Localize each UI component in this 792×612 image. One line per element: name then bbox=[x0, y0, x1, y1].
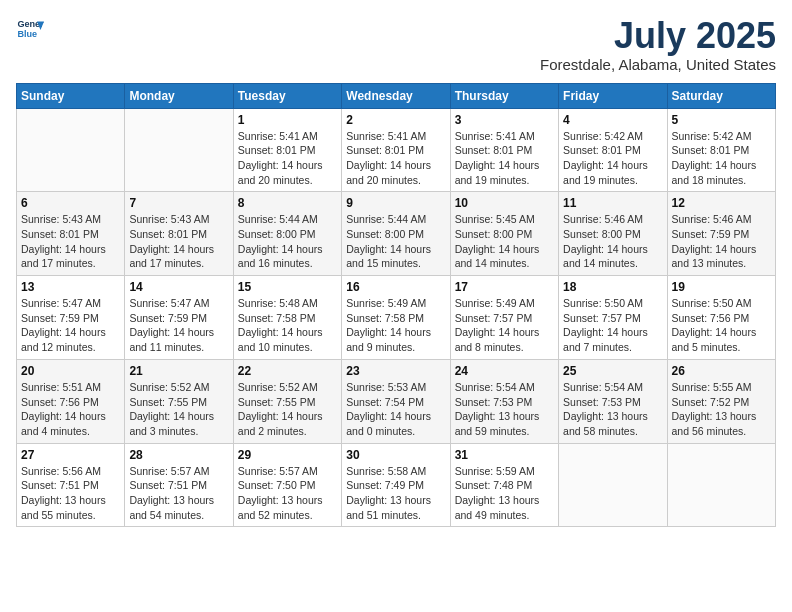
calendar-cell: 8Sunrise: 5:44 AM Sunset: 8:00 PM Daylig… bbox=[233, 192, 341, 276]
day-info: Sunrise: 5:57 AM Sunset: 7:51 PM Dayligh… bbox=[129, 464, 228, 523]
day-number: 16 bbox=[346, 280, 445, 294]
day-number: 3 bbox=[455, 113, 554, 127]
day-info: Sunrise: 5:45 AM Sunset: 8:00 PM Dayligh… bbox=[455, 212, 554, 271]
calendar-cell: 29Sunrise: 5:57 AM Sunset: 7:50 PM Dayli… bbox=[233, 443, 341, 527]
day-number: 5 bbox=[672, 113, 771, 127]
calendar-cell: 11Sunrise: 5:46 AM Sunset: 8:00 PM Dayli… bbox=[559, 192, 667, 276]
day-number: 14 bbox=[129, 280, 228, 294]
day-number: 20 bbox=[21, 364, 120, 378]
calendar-cell: 19Sunrise: 5:50 AM Sunset: 7:56 PM Dayli… bbox=[667, 276, 775, 360]
calendar-body: 1Sunrise: 5:41 AM Sunset: 8:01 PM Daylig… bbox=[17, 108, 776, 527]
day-number: 11 bbox=[563, 196, 662, 210]
calendar-cell: 2Sunrise: 5:41 AM Sunset: 8:01 PM Daylig… bbox=[342, 108, 450, 192]
day-info: Sunrise: 5:58 AM Sunset: 7:49 PM Dayligh… bbox=[346, 464, 445, 523]
day-number: 30 bbox=[346, 448, 445, 462]
day-info: Sunrise: 5:54 AM Sunset: 7:53 PM Dayligh… bbox=[455, 380, 554, 439]
logo: General Blue bbox=[16, 16, 44, 44]
logo-icon: General Blue bbox=[16, 16, 44, 44]
calendar-cell: 23Sunrise: 5:53 AM Sunset: 7:54 PM Dayli… bbox=[342, 359, 450, 443]
calendar-cell bbox=[17, 108, 125, 192]
day-info: Sunrise: 5:55 AM Sunset: 7:52 PM Dayligh… bbox=[672, 380, 771, 439]
day-number: 6 bbox=[21, 196, 120, 210]
day-number: 13 bbox=[21, 280, 120, 294]
weekday-header-saturday: Saturday bbox=[667, 83, 775, 108]
day-info: Sunrise: 5:54 AM Sunset: 7:53 PM Dayligh… bbox=[563, 380, 662, 439]
location: Forestdale, Alabama, United States bbox=[540, 56, 776, 73]
day-info: Sunrise: 5:41 AM Sunset: 8:01 PM Dayligh… bbox=[238, 129, 337, 188]
calendar-week-row: 6Sunrise: 5:43 AM Sunset: 8:01 PM Daylig… bbox=[17, 192, 776, 276]
calendar-cell: 31Sunrise: 5:59 AM Sunset: 7:48 PM Dayli… bbox=[450, 443, 558, 527]
day-info: Sunrise: 5:41 AM Sunset: 8:01 PM Dayligh… bbox=[346, 129, 445, 188]
day-number: 8 bbox=[238, 196, 337, 210]
calendar-cell: 22Sunrise: 5:52 AM Sunset: 7:55 PM Dayli… bbox=[233, 359, 341, 443]
calendar-cell: 18Sunrise: 5:50 AM Sunset: 7:57 PM Dayli… bbox=[559, 276, 667, 360]
day-info: Sunrise: 5:47 AM Sunset: 7:59 PM Dayligh… bbox=[129, 296, 228, 355]
day-number: 12 bbox=[672, 196, 771, 210]
calendar-cell: 14Sunrise: 5:47 AM Sunset: 7:59 PM Dayli… bbox=[125, 276, 233, 360]
day-info: Sunrise: 5:53 AM Sunset: 7:54 PM Dayligh… bbox=[346, 380, 445, 439]
calendar-cell: 20Sunrise: 5:51 AM Sunset: 7:56 PM Dayli… bbox=[17, 359, 125, 443]
calendar-cell: 28Sunrise: 5:57 AM Sunset: 7:51 PM Dayli… bbox=[125, 443, 233, 527]
day-info: Sunrise: 5:47 AM Sunset: 7:59 PM Dayligh… bbox=[21, 296, 120, 355]
weekday-header-row: SundayMondayTuesdayWednesdayThursdayFrid… bbox=[17, 83, 776, 108]
page-header: General Blue July 2025 Forestdale, Alaba… bbox=[16, 16, 776, 73]
svg-text:Blue: Blue bbox=[17, 29, 37, 39]
weekday-header-wednesday: Wednesday bbox=[342, 83, 450, 108]
calendar-cell: 7Sunrise: 5:43 AM Sunset: 8:01 PM Daylig… bbox=[125, 192, 233, 276]
weekday-header-sunday: Sunday bbox=[17, 83, 125, 108]
weekday-header-friday: Friday bbox=[559, 83, 667, 108]
calendar-cell: 24Sunrise: 5:54 AM Sunset: 7:53 PM Dayli… bbox=[450, 359, 558, 443]
day-number: 23 bbox=[346, 364, 445, 378]
day-number: 25 bbox=[563, 364, 662, 378]
day-info: Sunrise: 5:52 AM Sunset: 7:55 PM Dayligh… bbox=[238, 380, 337, 439]
calendar-cell: 3Sunrise: 5:41 AM Sunset: 8:01 PM Daylig… bbox=[450, 108, 558, 192]
day-info: Sunrise: 5:46 AM Sunset: 7:59 PM Dayligh… bbox=[672, 212, 771, 271]
day-info: Sunrise: 5:42 AM Sunset: 8:01 PM Dayligh… bbox=[672, 129, 771, 188]
day-number: 28 bbox=[129, 448, 228, 462]
calendar-cell: 10Sunrise: 5:45 AM Sunset: 8:00 PM Dayli… bbox=[450, 192, 558, 276]
day-number: 9 bbox=[346, 196, 445, 210]
day-number: 4 bbox=[563, 113, 662, 127]
calendar-cell: 26Sunrise: 5:55 AM Sunset: 7:52 PM Dayli… bbox=[667, 359, 775, 443]
day-number: 21 bbox=[129, 364, 228, 378]
day-info: Sunrise: 5:48 AM Sunset: 7:58 PM Dayligh… bbox=[238, 296, 337, 355]
day-number: 10 bbox=[455, 196, 554, 210]
day-number: 2 bbox=[346, 113, 445, 127]
day-info: Sunrise: 5:50 AM Sunset: 7:56 PM Dayligh… bbox=[672, 296, 771, 355]
day-info: Sunrise: 5:41 AM Sunset: 8:01 PM Dayligh… bbox=[455, 129, 554, 188]
calendar-cell: 9Sunrise: 5:44 AM Sunset: 8:00 PM Daylig… bbox=[342, 192, 450, 276]
day-number: 7 bbox=[129, 196, 228, 210]
calendar-cell: 25Sunrise: 5:54 AM Sunset: 7:53 PM Dayli… bbox=[559, 359, 667, 443]
day-info: Sunrise: 5:43 AM Sunset: 8:01 PM Dayligh… bbox=[129, 212, 228, 271]
day-number: 1 bbox=[238, 113, 337, 127]
calendar-cell: 12Sunrise: 5:46 AM Sunset: 7:59 PM Dayli… bbox=[667, 192, 775, 276]
day-info: Sunrise: 5:52 AM Sunset: 7:55 PM Dayligh… bbox=[129, 380, 228, 439]
calendar-table: SundayMondayTuesdayWednesdayThursdayFrid… bbox=[16, 83, 776, 528]
calendar-cell: 27Sunrise: 5:56 AM Sunset: 7:51 PM Dayli… bbox=[17, 443, 125, 527]
day-info: Sunrise: 5:49 AM Sunset: 7:58 PM Dayligh… bbox=[346, 296, 445, 355]
day-info: Sunrise: 5:44 AM Sunset: 8:00 PM Dayligh… bbox=[346, 212, 445, 271]
day-number: 26 bbox=[672, 364, 771, 378]
calendar-cell bbox=[559, 443, 667, 527]
calendar-header: SundayMondayTuesdayWednesdayThursdayFrid… bbox=[17, 83, 776, 108]
calendar-cell: 4Sunrise: 5:42 AM Sunset: 8:01 PM Daylig… bbox=[559, 108, 667, 192]
day-number: 31 bbox=[455, 448, 554, 462]
calendar-cell: 15Sunrise: 5:48 AM Sunset: 7:58 PM Dayli… bbox=[233, 276, 341, 360]
day-number: 24 bbox=[455, 364, 554, 378]
day-info: Sunrise: 5:43 AM Sunset: 8:01 PM Dayligh… bbox=[21, 212, 120, 271]
day-number: 18 bbox=[563, 280, 662, 294]
day-number: 27 bbox=[21, 448, 120, 462]
month-year: July 2025 bbox=[540, 16, 776, 56]
day-info: Sunrise: 5:51 AM Sunset: 7:56 PM Dayligh… bbox=[21, 380, 120, 439]
calendar-week-row: 13Sunrise: 5:47 AM Sunset: 7:59 PM Dayli… bbox=[17, 276, 776, 360]
day-info: Sunrise: 5:46 AM Sunset: 8:00 PM Dayligh… bbox=[563, 212, 662, 271]
calendar-cell: 16Sunrise: 5:49 AM Sunset: 7:58 PM Dayli… bbox=[342, 276, 450, 360]
day-number: 19 bbox=[672, 280, 771, 294]
calendar-cell: 1Sunrise: 5:41 AM Sunset: 8:01 PM Daylig… bbox=[233, 108, 341, 192]
calendar-cell: 5Sunrise: 5:42 AM Sunset: 8:01 PM Daylig… bbox=[667, 108, 775, 192]
calendar-cell: 6Sunrise: 5:43 AM Sunset: 8:01 PM Daylig… bbox=[17, 192, 125, 276]
day-info: Sunrise: 5:49 AM Sunset: 7:57 PM Dayligh… bbox=[455, 296, 554, 355]
weekday-header-thursday: Thursday bbox=[450, 83, 558, 108]
calendar-cell: 17Sunrise: 5:49 AM Sunset: 7:57 PM Dayli… bbox=[450, 276, 558, 360]
calendar-cell: 13Sunrise: 5:47 AM Sunset: 7:59 PM Dayli… bbox=[17, 276, 125, 360]
